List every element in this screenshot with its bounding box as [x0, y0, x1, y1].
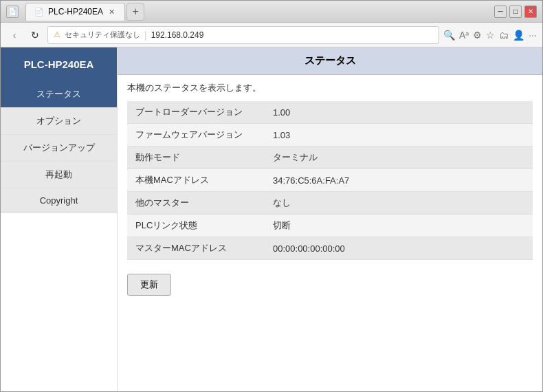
- tab-bar: 📄 PLC-HP240EA ✕ +: [23, 3, 144, 21]
- address-separator: |: [144, 30, 147, 41]
- collections-icon[interactable]: 🗂: [499, 30, 509, 41]
- settings-icon[interactable]: ⚙: [473, 30, 482, 41]
- menu-icon[interactable]: ···: [529, 30, 537, 41]
- refresh-button[interactable]: ↻: [27, 27, 43, 43]
- page-description: 本機のステータスを表示します。: [118, 75, 542, 101]
- sidebar: PLC-HP240EA ステータス オプション バージョンアップ 再起動 Cop…: [1, 47, 118, 391]
- address-text: 192.168.0.249: [151, 30, 204, 40]
- tab-close-button[interactable]: ✕: [107, 8, 116, 17]
- sidebar-item-copyright[interactable]: Copyright: [1, 188, 117, 213]
- sidebar-menu: ステータス オプション バージョンアップ 再起動 Copyright: [1, 81, 117, 213]
- maximize-button[interactable]: □: [509, 6, 522, 18]
- status-value: 34:76:C5:6A:FA:A7: [265, 169, 533, 192]
- table-row: ブートローダーバージョン1.00: [127, 101, 533, 124]
- title-bar-left: 📄 📄 PLC-HP240EA ✕ +: [6, 3, 144, 21]
- close-button[interactable]: ✕: [524, 6, 537, 18]
- status-value: 00:00:00:00:00:00: [265, 237, 533, 260]
- status-value: 1.03: [265, 124, 533, 146]
- table-row: 本機MACアドレス34:76:C5:6A:FA:A7: [127, 169, 533, 192]
- table-row: ファームウェアバージョン1.03: [127, 124, 533, 146]
- window-controls: ─ □ ✕: [494, 6, 537, 18]
- sidebar-logo: PLC-HP240EA: [1, 47, 117, 81]
- sidebar-item-options[interactable]: オプション: [1, 108, 117, 135]
- new-tab-button[interactable]: +: [126, 3, 144, 21]
- sidebar-item-restart[interactable]: 再起動: [1, 162, 117, 188]
- window-icon-symbol: 📄: [8, 8, 16, 15]
- security-warning-icon: ⚠: [54, 30, 60, 39]
- sidebar-item-status[interactable]: ステータス: [1, 81, 117, 108]
- browser-window: 📄 📄 PLC-HP240EA ✕ + ─ □ ✕ ‹ ↻ ⚠ セキュリティ保護…: [0, 0, 543, 392]
- main-content: ステータス 本機のステータスを表示します。 ブートローダーバージョン1.00ファ…: [118, 47, 542, 391]
- table-row: PLCリンク状態切断: [127, 215, 533, 237]
- sidebar-item-version-up[interactable]: バージョンアップ: [1, 135, 117, 162]
- table-row: 他のマスターなし: [127, 192, 533, 215]
- status-label: 他のマスター: [127, 192, 265, 215]
- sidebar-item-status-label: ステータス: [36, 89, 81, 99]
- security-label: セキュリティ保護なし: [65, 30, 140, 40]
- back-button[interactable]: ‹: [6, 27, 23, 43]
- status-label: 動作モード: [127, 146, 265, 169]
- title-bar: 📄 📄 PLC-HP240EA ✕ + ─ □ ✕: [1, 1, 542, 23]
- status-label: ファームウェアバージョン: [127, 124, 265, 146]
- navigation-bar: ‹ ↻ ⚠ セキュリティ保護なし | 192.168.0.249 🔍 Aᵃ ⚙ …: [1, 23, 542, 47]
- tab-label: PLC-HP240EA: [48, 7, 103, 17]
- page-title: ステータス: [118, 47, 542, 75]
- read-mode-icon[interactable]: Aᵃ: [459, 30, 469, 41]
- browser-tab[interactable]: 📄 PLC-HP240EA ✕: [25, 3, 125, 21]
- sidebar-item-copyright-label: Copyright: [40, 195, 78, 206]
- update-section: 更新: [118, 260, 542, 309]
- address-bar[interactable]: ⚠ セキュリティ保護なし | 192.168.0.249: [47, 26, 439, 44]
- window-icon: 📄: [6, 6, 19, 18]
- status-value: 1.00: [265, 101, 533, 124]
- update-button[interactable]: 更新: [127, 274, 171, 296]
- status-label: マスターMACアドレス: [127, 237, 265, 260]
- profile-icon[interactable]: 👤: [513, 30, 524, 41]
- status-value: 切断: [265, 215, 533, 237]
- search-icon[interactable]: 🔍: [443, 30, 455, 41]
- status-value: ターミナル: [265, 146, 533, 169]
- table-row: 動作モードターミナル: [127, 146, 533, 169]
- status-value: なし: [265, 192, 533, 215]
- status-table: ブートローダーバージョン1.00ファームウェアバージョン1.03動作モードターミ…: [127, 101, 533, 260]
- minimize-button[interactable]: ─: [494, 6, 507, 18]
- favorites-icon[interactable]: ☆: [486, 30, 495, 41]
- status-label: PLCリンク状態: [127, 215, 265, 237]
- status-label: ブートローダーバージョン: [127, 101, 265, 124]
- sidebar-item-options-label: オプション: [36, 116, 81, 126]
- nav-right-icons: 🔍 Aᵃ ⚙ ☆ 🗂 👤 ···: [443, 30, 537, 41]
- tab-page-icon: 📄: [34, 8, 44, 17]
- table-row: マスターMACアドレス00:00:00:00:00:00: [127, 237, 533, 260]
- sidebar-item-version-up-label: バージョンアップ: [23, 142, 95, 153]
- page-content: PLC-HP240EA ステータス オプション バージョンアップ 再起動 Cop…: [1, 47, 542, 391]
- status-label: 本機MACアドレス: [127, 169, 265, 192]
- sidebar-item-restart-label: 再起動: [45, 169, 72, 179]
